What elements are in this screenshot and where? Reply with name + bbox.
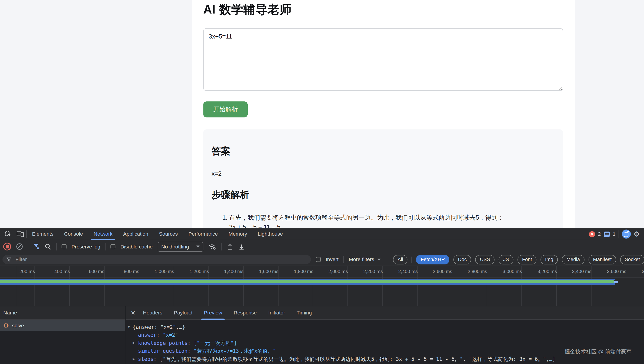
timeline-tick: 3,600 ms — [589, 269, 626, 274]
json-root-line[interactable]: ▼ {answer: "x=2",…} — [126, 323, 644, 331]
timeline-tick: 400 ms — [33, 269, 70, 274]
request-bar-blue — [0, 283, 615, 285]
tab-network[interactable]: Network — [88, 228, 118, 240]
pill-font[interactable]: Font — [518, 255, 536, 264]
detail-tab-initiator[interactable]: Initiator — [263, 306, 291, 320]
tab-performance[interactable]: Performance — [183, 228, 223, 240]
throttling-select[interactable]: No throttling — [158, 242, 203, 252]
request-list: {} solve — [0, 320, 125, 364]
timeline-tick: 3,400 ms — [554, 269, 591, 274]
tab-application[interactable]: Application — [118, 228, 154, 240]
import-har-icon[interactable] — [227, 243, 233, 250]
timeline-tick: 2,800 ms — [450, 269, 487, 274]
timeline-ruler: 200 ms 400 ms 600 ms 800 ms 1,000 ms 1,2… — [0, 266, 644, 278]
close-icon[interactable]: ✕ — [129, 310, 137, 316]
pill-img[interactable]: Img — [540, 255, 558, 264]
issues-icon[interactable] — [604, 231, 610, 237]
solve-button[interactable]: 开始解析 — [203, 101, 248, 117]
ai-assistant-icon[interactable] — [622, 230, 631, 238]
result-panel: 答案 x=2 步骤解析 首先，我们需要将方程中的常数项移至等式的另一边。为此，我… — [203, 129, 563, 228]
pill-manifest[interactable]: Manifest — [588, 255, 616, 264]
waterfall-overview[interactable] — [0, 278, 644, 306]
timeline-tick: 3,000 ms — [485, 269, 522, 274]
timeline-tick: 3,200 ms — [520, 269, 557, 274]
clear-network-log-icon[interactable] — [16, 243, 23, 250]
json-line-steps[interactable]: ▶ steps: ["首先，我们需要将方程中的常数项移至等式的另一边。为此，我们… — [126, 355, 644, 363]
detail-tab-headers[interactable]: Headers — [137, 306, 168, 320]
steps-heading: 步骤解析 — [212, 188, 555, 201]
timeline-tick: 2,400 ms — [381, 269, 418, 274]
panel-headers: Name ✕ Headers Payload Preview Response … — [0, 306, 644, 320]
timeline-tick: 2,600 ms — [415, 269, 452, 274]
timeline-tick: 1,000 ms — [137, 269, 174, 274]
step-item: 首先，我们需要将方程中的常数项移至等式的另一边。为此，我们可以从等式两边同时减去… — [229, 213, 555, 228]
watermark: 掘金技术社区 @ 前端付豪军 — [564, 348, 631, 356]
pill-media[interactable]: Media — [562, 255, 584, 264]
invert-label: Invert — [326, 256, 338, 262]
preserve-log-checkbox[interactable] — [62, 244, 67, 249]
network-filterbar: Invert More filters All Fetch/XHR Doc CS… — [0, 254, 644, 266]
issues-count[interactable]: 1 — [613, 231, 615, 237]
detail-tab-payload[interactable]: Payload — [168, 306, 198, 320]
page-title: AI 数学辅导老师 — [203, 0, 563, 18]
timeline-tick: 600 ms — [67, 269, 104, 274]
timeline-tick: 1,400 ms — [207, 269, 244, 274]
device-toolbar-icon[interactable] — [14, 231, 26, 237]
disable-cache-checkbox[interactable] — [111, 244, 116, 249]
tab-lighthouse[interactable]: Lighthouse — [252, 228, 288, 240]
pill-all[interactable]: All — [393, 255, 407, 264]
answer-heading: 答案 — [212, 145, 555, 158]
inspect-element-icon[interactable] — [3, 230, 14, 238]
export-har-icon[interactable] — [238, 243, 245, 250]
name-column-header[interactable]: Name — [0, 306, 125, 320]
json-request-icon: {} — [4, 323, 9, 328]
triangle-right-icon[interactable]: ▶ — [133, 355, 135, 363]
equation-input[interactable]: 3x+5=11 — [203, 28, 563, 91]
tab-sources[interactable]: Sources — [154, 228, 183, 240]
tab-console[interactable]: Console — [59, 228, 88, 240]
app-card: AI 数学辅导老师 3x+5=11 开始解析 答案 x=2 步骤解析 首先，我们… — [192, 0, 575, 228]
settings-gear-icon[interactable]: ⚙ — [634, 230, 640, 238]
pill-js[interactable]: JS — [499, 255, 513, 264]
pill-doc[interactable]: Doc — [453, 255, 471, 264]
answer-value: x=2 — [212, 170, 555, 177]
disable-cache-label: Disable cache — [120, 244, 153, 250]
error-count[interactable]: 2 — [598, 231, 601, 237]
timeline-tick: 800 ms — [102, 269, 139, 274]
invert-checkbox[interactable] — [316, 257, 321, 262]
tab-memory[interactable]: Memory — [223, 228, 252, 240]
network-conditions-icon[interactable] — [208, 243, 216, 250]
error-icon[interactable]: ✕ — [589, 231, 595, 237]
search-icon[interactable] — [45, 243, 51, 250]
pill-socket[interactable]: Socket — [620, 255, 644, 264]
network-filter-pill[interactable] — [3, 255, 311, 264]
triangle-right-icon[interactable]: ▶ — [133, 339, 135, 347]
json-line-knowledge-points[interactable]: ▶ knowledge_points: ["一元一次方程"] — [126, 339, 644, 347]
filter-funnel-icon — [7, 257, 11, 262]
step-formula: 3x + 5 − 5 = 11 − 5 — [229, 224, 281, 228]
detail-tab-preview[interactable]: Preview — [198, 306, 228, 320]
network-filter-input[interactable] — [15, 256, 307, 263]
chevron-down-icon — [377, 258, 381, 260]
devtools-panel: Elements Console Network Application Sou… — [0, 228, 644, 364]
json-line-answer[interactable]: answer: "x=2" — [126, 331, 644, 339]
request-bar-green — [0, 280, 613, 283]
screen: AI 数学辅导老师 3x+5=11 开始解析 答案 x=2 步骤解析 首先，我们… — [0, 0, 644, 364]
chevron-down-icon — [196, 246, 200, 248]
pill-fetch-xhr[interactable]: Fetch/XHR — [416, 255, 449, 264]
request-type-pills: All Fetch/XHR Doc CSS JS Font Img Media … — [393, 255, 644, 264]
preserve-log-label: Preserve log — [72, 244, 100, 250]
pill-css[interactable]: CSS — [475, 255, 495, 264]
detail-tab-timing[interactable]: Timing — [291, 306, 318, 320]
tab-elements[interactable]: Elements — [27, 228, 59, 240]
web-page: AI 数学辅导老师 3x+5=11 开始解析 答案 x=2 步骤解析 首先，我们… — [0, 0, 644, 228]
timeline-tick: 200 ms — [0, 269, 35, 274]
triangle-down-icon[interactable]: ▼ — [128, 323, 130, 331]
record-network-log-icon[interactable] — [4, 242, 11, 250]
detail-tab-response[interactable]: Response — [228, 306, 263, 320]
timeline-tick: 1,200 ms — [172, 269, 209, 274]
request-row-solve[interactable]: {} solve — [0, 320, 125, 331]
timeline-tick: 1,600 ms — [242, 269, 279, 274]
more-filters-button[interactable]: More filters — [349, 256, 381, 262]
filter-icon[interactable] — [33, 244, 40, 250]
